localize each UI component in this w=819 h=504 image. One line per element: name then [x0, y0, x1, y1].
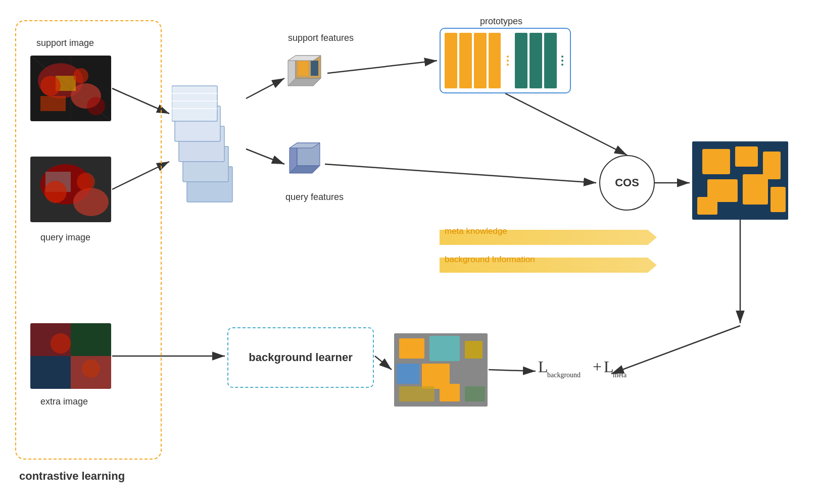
svg-rect-49: [311, 61, 318, 76]
query-image-label: query image: [40, 232, 90, 243]
svg-rect-23: [40, 96, 66, 111]
diagram: support image query image ext: [0, 0, 819, 504]
svg-text:+: +: [593, 358, 602, 376]
svg-text:L: L: [538, 358, 548, 376]
prototypes-box: [440, 28, 571, 93]
background-learner-text: background learner: [249, 351, 352, 364]
support-image: [30, 56, 111, 121]
prototypes-label: prototypes: [480, 16, 522, 27]
svg-line-11: [375, 356, 392, 370]
svg-point-22: [87, 97, 105, 115]
svg-point-36: [82, 360, 100, 378]
loss-formula: L background + L meta: [538, 351, 690, 385]
svg-rect-57: [735, 146, 758, 167]
extra-image: [30, 323, 111, 389]
svg-rect-33: [71, 323, 111, 356]
support-features-label: support features: [288, 33, 354, 43]
output-image-bottom: [394, 333, 488, 407]
svg-text:background: background: [547, 371, 581, 379]
svg-rect-64: [399, 338, 424, 359]
background-learner-box: background learner: [227, 327, 374, 388]
svg-point-20: [40, 76, 61, 96]
svg-line-7: [505, 93, 627, 155]
extra-image-label: extra image: [40, 396, 88, 407]
svg-line-4: [246, 149, 284, 164]
contrastive-learning-label: contrastive learning: [19, 470, 125, 483]
svg-rect-72: [465, 386, 485, 401]
svg-rect-60: [743, 174, 768, 205]
svg-point-21: [73, 68, 88, 83]
svg-line-5: [327, 61, 437, 73]
query-features-cube: [282, 135, 327, 188]
svg-line-3: [246, 78, 284, 98]
svg-rect-65: [429, 336, 460, 361]
svg-line-12: [489, 370, 536, 371]
query-features-label: query features: [285, 192, 344, 203]
svg-point-28: [44, 181, 67, 203]
meta-knowledge-label: meta knowledge: [445, 226, 507, 236]
svg-text:L: L: [604, 358, 614, 376]
svg-rect-69: [455, 361, 485, 384]
support-image-label: support image: [36, 38, 94, 48]
background-info-label: background Information: [445, 255, 535, 265]
svg-rect-34: [30, 356, 71, 389]
svg-rect-66: [465, 341, 483, 359]
svg-line-6: [325, 164, 596, 183]
svg-text:meta: meta: [613, 371, 627, 379]
svg-point-26: [73, 188, 109, 216]
query-image: [30, 157, 111, 222]
cos-label: COS: [615, 176, 639, 189]
svg-point-35: [51, 333, 71, 354]
svg-rect-70: [399, 386, 435, 401]
svg-rect-56: [702, 149, 730, 174]
output-image-top: [692, 141, 788, 220]
svg-rect-67: [397, 364, 419, 384]
svg-point-29: [77, 173, 95, 191]
svg-rect-41: [172, 86, 217, 121]
svg-rect-61: [697, 197, 717, 215]
svg-rect-71: [440, 384, 460, 401]
support-features-cube: [280, 45, 328, 103]
encoder: [172, 66, 243, 207]
svg-rect-62: [770, 187, 786, 212]
cos-circle: COS: [599, 155, 655, 211]
